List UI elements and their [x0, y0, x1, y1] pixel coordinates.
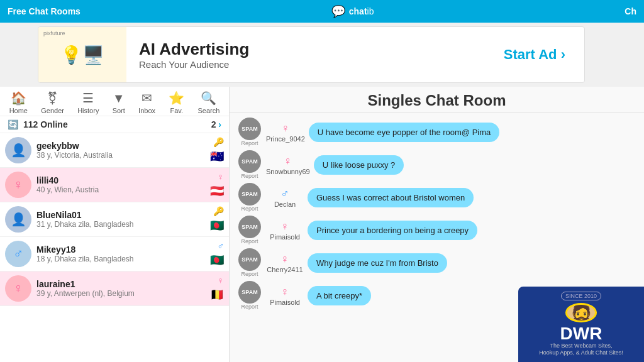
nav-search-label: Search	[198, 107, 220, 114]
msg-user[interactable]: ♀ Pimaisold	[266, 285, 304, 306]
online-count-text: 112 Online	[23, 119, 68, 129]
msg-username: Cherry2411	[267, 266, 303, 273]
msg-user[interactable]: ♀ Snowbunny69	[266, 155, 310, 175]
message-bubble: U like loose puxxy ?	[314, 155, 404, 175]
report-button[interactable]: Report	[238, 304, 261, 310]
gender-female-icon: ♀	[218, 172, 225, 182]
message-bubble: Why judge me cuz I'm from Bristo	[308, 253, 447, 273]
user-info: geekybbw 38 y, Victoria, Australia	[36, 141, 210, 160]
nav-history[interactable]: ☰ History	[77, 90, 99, 114]
brand-name: chatib	[349, 6, 374, 16]
home-icon: 🏠	[11, 90, 26, 106]
username: lilli40	[36, 175, 210, 185]
nav-inbox[interactable]: ✉ Inbox	[138, 90, 155, 114]
message-row: SPAM Report ♂ Declan Guess I was correct…	[237, 183, 636, 212]
message-bubble: U have become eye popper of the room@ Pi…	[309, 123, 500, 142]
brand-logo: 💬 chatib	[331, 4, 374, 18]
msg-user[interactable]: ♀ Pimaisold	[266, 220, 304, 241]
dwr-badge[interactable]: SINCE 2010 🧔 DWR The Best Webcam Sites, …	[518, 287, 644, 362]
user-info: lauraine1 39 y, Antwerpen (nl), Belgium	[36, 279, 210, 298]
main-content: 🏠 Home ⚧ Gender ☰ History ▼ Sort ✉ Inbox…	[0, 87, 644, 362]
msg-username: Pimaisold	[270, 299, 300, 306]
top-bar: Free Chat Rooms 💬 chatib Ch	[0, 0, 644, 23]
msg-user[interactable]: ♂ Declan	[266, 187, 304, 208]
sort-icon: ▼	[113, 91, 125, 106]
page-number: 2	[211, 119, 216, 129]
report-button[interactable]: Report	[238, 238, 261, 244]
avatar: 👤	[5, 137, 31, 163]
star-icon: ⭐	[169, 90, 184, 106]
message-row: SPAM Report ♀ Prince_9042 U have become …	[237, 118, 636, 146]
search-icon: 🔍	[201, 90, 216, 106]
nav-inbox-label: Inbox	[138, 107, 155, 114]
left-panel: 🏠 Home ⚧ Gender ☰ History ▼ Sort ✉ Inbox…	[0, 87, 230, 362]
female-user-icon: ♀	[281, 122, 290, 135]
username: lauraine1	[36, 279, 210, 289]
dwr-avatar: 🧔	[565, 303, 597, 322]
list-item[interactable]: 👤 geekybbw 38 y, Victoria, Australia 🔑 🇦…	[0, 133, 229, 168]
online-bar: 🔄 112 Online 2 ›	[0, 116, 229, 133]
nav-gender[interactable]: ⚧ Gender	[41, 90, 64, 114]
message-row: SPAM Report ♀ Cherry2411 Why judge me cu…	[237, 248, 636, 277]
nav-search[interactable]: 🔍 Search	[198, 90, 220, 114]
report-button[interactable]: Report	[238, 271, 261, 277]
user-info: lilli40 40 y, Wien, Austria	[36, 175, 210, 194]
dwr-initials: DWR	[560, 325, 602, 343]
female-user-icon: ♀	[280, 253, 289, 266]
nav-sort[interactable]: ▼ Sort	[113, 91, 125, 114]
spam-button[interactable]: SPAM	[238, 150, 261, 173]
user-details: 18 y, Dhaka zila, Bangladesh	[36, 255, 210, 263]
top-right-action[interactable]: Ch	[625, 6, 636, 16]
gender-icon: ⚧	[47, 90, 58, 106]
msg-username: Snowbunny69	[266, 168, 310, 175]
nav-gender-label: Gender	[41, 107, 64, 114]
msg-username: Declan	[274, 200, 296, 208]
avatar: ♀	[5, 275, 31, 302]
nav-history-label: History	[77, 107, 99, 114]
list-item[interactable]: ♀ lilli40 40 y, Wien, Austria ♀ 🇦🇹	[0, 168, 229, 202]
user-details: 38 y, Victoria, Australia	[36, 151, 210, 160]
nav-sort-label: Sort	[113, 107, 125, 114]
flag-icon: 🇧🇩	[210, 253, 224, 267]
spam-button[interactable]: SPAM	[238, 216, 261, 238]
report-button[interactable]: Report	[238, 140, 261, 146]
list-item[interactable]: 👤 BlueNila01 31 y, Dhaka zila, Banglades…	[0, 202, 229, 237]
spam-button[interactable]: SPAM	[238, 118, 261, 140]
message-bubble: Guess I was correct about Bristol women	[308, 188, 474, 207]
msg-user[interactable]: ♀ Cherry2411	[266, 253, 304, 273]
nav-toolbar: 🏠 Home ⚧ Gender ☰ History ▼ Sort ✉ Inbox…	[0, 87, 229, 116]
user-details: 31 y, Dhaka zila, Bangladesh	[36, 220, 210, 229]
user-meta: ♀ 🇦🇹	[210, 172, 224, 198]
gender-male-icon: ♂	[218, 241, 225, 251]
user-meta: 🔑 🇧🇩	[210, 206, 224, 233]
key-icon: 🔑	[213, 137, 224, 147]
avatar: 👤	[5, 206, 31, 233]
sync-icon: 🔄	[8, 119, 18, 129]
user-meta: ♂ 🇧🇩	[210, 241, 224, 267]
user-details: 40 y, Wien, Austria	[36, 185, 210, 194]
spam-button[interactable]: SPAM	[238, 183, 261, 206]
spam-button[interactable]: SPAM	[238, 248, 261, 271]
page-nav[interactable]: 2 ›	[211, 119, 221, 129]
flag-icon: 🇦🇹	[210, 184, 224, 198]
next-page-arrow[interactable]: ›	[218, 119, 221, 129]
since-label: SINCE 2010	[561, 292, 601, 300]
gender-female-icon: ♀	[218, 275, 225, 285]
nav-home-label: Home	[9, 107, 28, 114]
ad-subtext: Reach Your Audience	[139, 59, 472, 70]
spam-button[interactable]: SPAM	[238, 281, 261, 304]
list-item[interactable]: ♂ Mikeyy18 18 y, Dhaka zila, Bangladesh …	[0, 237, 229, 272]
free-chat-label: Free Chat Rooms	[8, 6, 80, 16]
ad-cta-button[interactable]: Start Ad ›	[485, 47, 584, 63]
nav-fav[interactable]: ⭐ Fav.	[169, 90, 184, 114]
report-button[interactable]: Report	[238, 173, 261, 179]
user-info: BlueNila01 31 y, Dhaka zila, Bangladesh	[36, 210, 210, 229]
report-button[interactable]: Report	[238, 206, 261, 212]
user-meta: ♀ 🇧🇪	[210, 275, 224, 302]
nav-home[interactable]: 🏠 Home	[9, 90, 28, 114]
flag-icon: 🇦🇺	[210, 150, 224, 163]
list-item[interactable]: ♀ lauraine1 39 y, Antwerpen (nl), Belgiu…	[0, 272, 229, 306]
msg-user[interactable]: ♀ Prince_9042	[266, 122, 305, 143]
pix-label: pixfuture	[43, 30, 65, 36]
user-info: Mikeyy18 18 y, Dhaka zila, Bangladesh	[36, 244, 210, 263]
